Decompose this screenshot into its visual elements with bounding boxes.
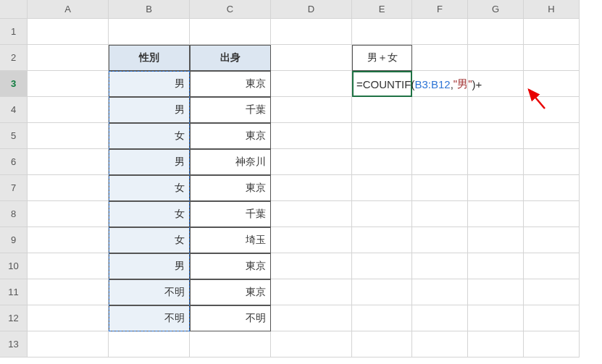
cell-E7[interactable] [352, 175, 412, 201]
row-header-13[interactable]: 13 [0, 331, 28, 357]
header-origin[interactable]: 出身 [190, 45, 271, 71]
cell-F1[interactable] [412, 19, 468, 45]
cell-E6[interactable] [352, 149, 412, 175]
cell-H12[interactable] [524, 305, 580, 331]
cell-G1[interactable] [468, 19, 524, 45]
cell-A11[interactable] [28, 279, 109, 305]
cell-D4[interactable] [271, 97, 352, 123]
cell-G13[interactable] [468, 331, 524, 357]
cell-H8[interactable] [524, 201, 580, 227]
cell-C6[interactable]: 神奈川 [190, 149, 271, 175]
row-header-8[interactable]: 8 [0, 201, 28, 227]
cell-A5[interactable] [28, 123, 109, 149]
cell-A1[interactable] [28, 19, 109, 45]
row-header-6[interactable]: 6 [0, 149, 28, 175]
cell-G8[interactable] [468, 201, 524, 227]
cell-C11[interactable]: 東京 [190, 279, 271, 305]
cell-G12[interactable] [468, 305, 524, 331]
col-header-H[interactable]: H [524, 0, 580, 19]
cell-F10[interactable] [412, 253, 468, 279]
cell-E9[interactable] [352, 227, 412, 253]
cell-B11[interactable]: 不明 [109, 279, 190, 305]
cell-G4[interactable] [468, 97, 524, 123]
col-header-B[interactable]: B [109, 0, 190, 19]
cell-H10[interactable] [524, 253, 580, 279]
col-header-F[interactable]: F [412, 0, 468, 19]
cell-H4[interactable] [524, 97, 580, 123]
cell-H9[interactable] [524, 227, 580, 253]
cell-C3[interactable]: 東京 [190, 71, 271, 97]
cell-E1[interactable] [352, 19, 412, 45]
cell-B6[interactable]: 男 [109, 149, 190, 175]
row-header-3[interactable]: 3 [0, 71, 28, 97]
row-header-10[interactable]: 10 [0, 253, 28, 279]
cell-A7[interactable] [28, 175, 109, 201]
col-header-A[interactable]: A [28, 0, 109, 19]
row-header-7[interactable]: 7 [0, 175, 28, 201]
cell-E8[interactable] [352, 201, 412, 227]
cell-G2[interactable] [468, 45, 524, 71]
col-header-G[interactable]: G [468, 0, 524, 19]
cell-B12[interactable]: 不明 [109, 305, 190, 331]
cell-C8[interactable]: 千葉 [190, 201, 271, 227]
cell-E3-formula[interactable]: =COUNTIF(B3:B12,"男")+ [352, 71, 412, 97]
col-header-D[interactable]: D [271, 0, 352, 19]
cell-D6[interactable] [271, 149, 352, 175]
cell-F2[interactable] [412, 45, 468, 71]
cell-F8[interactable] [412, 201, 468, 227]
spreadsheet-grid[interactable]: A B C D E F G H 1 2 性別 出身 男＋女 3 男 東京 =CO… [0, 0, 602, 357]
cell-C13[interactable] [190, 331, 271, 357]
cell-E13[interactable] [352, 331, 412, 357]
cell-H7[interactable] [524, 175, 580, 201]
header-gender[interactable]: 性別 [109, 45, 190, 71]
cell-F5[interactable] [412, 123, 468, 149]
cell-H1[interactable] [524, 19, 580, 45]
cell-H5[interactable] [524, 123, 580, 149]
cell-F7[interactable] [412, 175, 468, 201]
cell-C7[interactable]: 東京 [190, 175, 271, 201]
cell-A12[interactable] [28, 305, 109, 331]
cell-D3[interactable] [271, 71, 352, 97]
cell-C10[interactable]: 東京 [190, 253, 271, 279]
cell-E10[interactable] [352, 253, 412, 279]
cell-A4[interactable] [28, 97, 109, 123]
cell-C4[interactable]: 千葉 [190, 97, 271, 123]
cell-D10[interactable] [271, 253, 352, 279]
cell-D5[interactable] [271, 123, 352, 149]
cell-D11[interactable] [271, 279, 352, 305]
cell-G11[interactable] [468, 279, 524, 305]
cell-A8[interactable] [28, 201, 109, 227]
cell-G5[interactable] [468, 123, 524, 149]
cell-D9[interactable] [271, 227, 352, 253]
cell-A9[interactable] [28, 227, 109, 253]
col-header-E[interactable]: E [352, 0, 412, 19]
cell-B1[interactable] [109, 19, 190, 45]
row-header-1[interactable]: 1 [0, 19, 28, 45]
cell-G10[interactable] [468, 253, 524, 279]
cell-A13[interactable] [28, 331, 109, 357]
cell-B8[interactable]: 女 [109, 201, 190, 227]
cell-C5[interactable]: 東京 [190, 123, 271, 149]
cell-C9[interactable]: 埼玉 [190, 227, 271, 253]
cell-F4[interactable] [412, 97, 468, 123]
cell-E2-label[interactable]: 男＋女 [352, 45, 412, 71]
cell-E12[interactable] [352, 305, 412, 331]
cell-H13[interactable] [524, 331, 580, 357]
cell-C12[interactable]: 不明 [190, 305, 271, 331]
cell-A6[interactable] [28, 149, 109, 175]
cell-A3[interactable] [28, 71, 109, 97]
cell-D12[interactable] [271, 305, 352, 331]
cell-B4[interactable]: 男 [109, 97, 190, 123]
cell-B9[interactable]: 女 [109, 227, 190, 253]
select-all-corner[interactable] [0, 0, 28, 19]
cell-B13[interactable] [109, 331, 190, 357]
cell-F12[interactable] [412, 305, 468, 331]
cell-B10[interactable]: 男 [109, 253, 190, 279]
cell-A2[interactable] [28, 45, 109, 71]
row-header-2[interactable]: 2 [0, 45, 28, 71]
cell-G7[interactable] [468, 175, 524, 201]
cell-D13[interactable] [271, 331, 352, 357]
cell-D8[interactable] [271, 201, 352, 227]
cell-H3[interactable] [524, 71, 580, 97]
cell-C1[interactable] [190, 19, 271, 45]
